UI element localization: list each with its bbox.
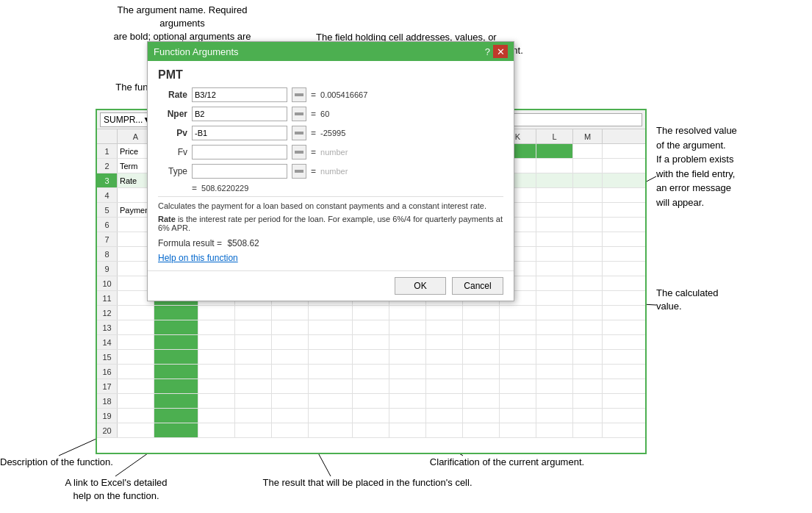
cell-h-16[interactable]: [389, 365, 426, 379]
cell-g-17[interactable]: [353, 379, 389, 393]
cell-l-15[interactable]: [536, 350, 573, 364]
cell-m3[interactable]: [573, 173, 603, 187]
cell-m-6[interactable]: [573, 218, 603, 232]
cell-i-14[interactable]: [426, 335, 463, 349]
cell-m-14[interactable]: [573, 335, 603, 349]
cell-l4[interactable]: [536, 188, 573, 202]
cell-a-19[interactable]: [118, 409, 154, 423]
cell-b-14[interactable]: [154, 335, 198, 349]
cell-g-20[interactable]: [353, 423, 389, 437]
cell-b-15[interactable]: [154, 350, 198, 364]
cell-c-19[interactable]: [198, 409, 235, 423]
cell-l-13[interactable]: [536, 320, 573, 334]
cell-c-15[interactable]: [198, 350, 235, 364]
cell-f-17[interactable]: [309, 379, 353, 393]
cell-h-14[interactable]: [389, 335, 426, 349]
arg-input-nper[interactable]: [192, 107, 287, 121]
cell-c-16[interactable]: [198, 365, 235, 379]
cell-l-12[interactable]: [536, 306, 573, 320]
cell-m-10[interactable]: [573, 276, 603, 290]
cell-m-19[interactable]: [573, 409, 603, 423]
cell-l-7[interactable]: [536, 232, 573, 246]
cell-j-14[interactable]: [463, 335, 500, 349]
cell-d-16[interactable]: [235, 365, 272, 379]
arg-input-rate[interactable]: [192, 87, 287, 102]
cell-m2[interactable]: [573, 159, 603, 173]
cell-l-11[interactable]: [536, 291, 573, 305]
cell-i-12[interactable]: [426, 306, 463, 320]
cell-l3[interactable]: [536, 173, 573, 187]
cell-b-16[interactable]: [154, 365, 198, 379]
cell-a-17[interactable]: [118, 379, 154, 393]
cell-d-19[interactable]: [235, 409, 272, 423]
cell-l-9[interactable]: [536, 262, 573, 276]
cell-k-18[interactable]: [500, 394, 536, 408]
dialog-help-button[interactable]: ?: [485, 46, 490, 57]
cell-k-20[interactable]: [500, 423, 536, 437]
cell-h-13[interactable]: [389, 320, 426, 334]
cell-i-17[interactable]: [426, 379, 463, 393]
cell-d-17[interactable]: [235, 379, 272, 393]
cell-l-17[interactable]: [536, 379, 573, 393]
cell-g-14[interactable]: [353, 335, 389, 349]
cell-m-18[interactable]: [573, 394, 603, 408]
cell-a-15[interactable]: [118, 350, 154, 364]
cell-j-16[interactable]: [463, 365, 500, 379]
cell-i-16[interactable]: [426, 365, 463, 379]
cell-j-20[interactable]: [463, 423, 500, 437]
cell-e-14[interactable]: [272, 335, 309, 349]
cell-e-15[interactable]: [272, 350, 309, 364]
cell-f-16[interactable]: [309, 365, 353, 379]
cell-f-12[interactable]: [309, 306, 353, 320]
cell-l1[interactable]: [536, 144, 573, 158]
cell-e-17[interactable]: [272, 379, 309, 393]
cell-d-14[interactable]: [235, 335, 272, 349]
cell-k-17[interactable]: [500, 379, 536, 393]
cell-g-15[interactable]: [353, 350, 389, 364]
cell-b-19[interactable]: [154, 409, 198, 423]
cell-j-19[interactable]: [463, 409, 500, 423]
cell-m1[interactable]: [573, 144, 603, 158]
cell-m-20[interactable]: [573, 423, 603, 437]
cell-j-13[interactable]: [463, 320, 500, 334]
cell-i-15[interactable]: [426, 350, 463, 364]
cell-m-9[interactable]: [573, 262, 603, 276]
cell-c-18[interactable]: [198, 394, 235, 408]
cell-e-12[interactable]: [272, 306, 309, 320]
cell-l2[interactable]: [536, 159, 573, 173]
cell-g-16[interactable]: [353, 365, 389, 379]
cell-m-12[interactable]: [573, 306, 603, 320]
cell-d-20[interactable]: [235, 423, 272, 437]
cell-b-12[interactable]: [154, 306, 198, 320]
arg-input-fv[interactable]: [192, 145, 287, 159]
cell-k-16[interactable]: [500, 365, 536, 379]
arg-picker-type[interactable]: [292, 164, 306, 179]
cell-k-15[interactable]: [500, 350, 536, 364]
cell-d-13[interactable]: [235, 320, 272, 334]
cell-b-13[interactable]: [154, 320, 198, 334]
cell-g-12[interactable]: [353, 306, 389, 320]
cell-c-17[interactable]: [198, 379, 235, 393]
cell-g-19[interactable]: [353, 409, 389, 423]
cell-h-19[interactable]: [389, 409, 426, 423]
cell-g-18[interactable]: [353, 394, 389, 408]
arg-picker-rate[interactable]: [292, 87, 306, 102]
cell-f-14[interactable]: [309, 335, 353, 349]
cell-m-16[interactable]: [573, 365, 603, 379]
cell-m-7[interactable]: [573, 232, 603, 246]
cell-j-17[interactable]: [463, 379, 500, 393]
cell-i-20[interactable]: [426, 423, 463, 437]
cell-h-12[interactable]: [389, 306, 426, 320]
dialog-close-button[interactable]: ✕: [493, 45, 508, 58]
cell-k-12[interactable]: [500, 306, 536, 320]
arg-picker-pv[interactable]: [292, 126, 306, 140]
cell-m-15[interactable]: [573, 350, 603, 364]
cell-a-18[interactable]: [118, 394, 154, 408]
cell-j-12[interactable]: [463, 306, 500, 320]
cell-i-13[interactable]: [426, 320, 463, 334]
cell-m-13[interactable]: [573, 320, 603, 334]
cell-c-13[interactable]: [198, 320, 235, 334]
cell-e-13[interactable]: [272, 320, 309, 334]
cancel-button[interactable]: Cancel: [452, 277, 503, 295]
cell-a-13[interactable]: [118, 320, 154, 334]
